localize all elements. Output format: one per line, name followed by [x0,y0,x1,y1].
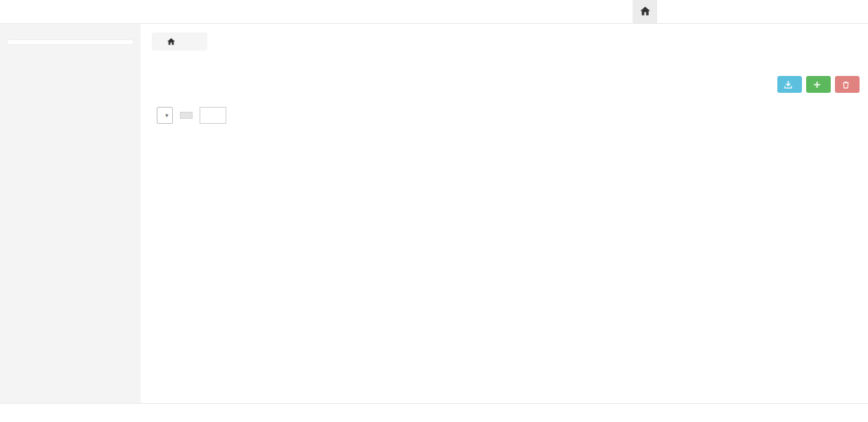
import-excel-button[interactable] [777,76,802,93]
add-button[interactable] [806,76,831,93]
pagination: ▾ [152,107,861,124]
page-number-input[interactable] [200,107,226,124]
import-icon [784,81,792,89]
home-button[interactable] [633,0,657,23]
table-actions [152,76,861,93]
top-bar-right [633,0,868,23]
platform-submenu [6,39,134,45]
user-menu[interactable] [657,0,868,23]
breadcrumb-home-link[interactable] [167,38,177,45]
breadcrumb [152,32,207,51]
sidebar [0,24,141,404]
jump-button[interactable] [180,112,193,119]
batch-delete-button[interactable] [835,76,860,93]
page-size-select[interactable]: ▾ [157,107,173,124]
page-footer [0,403,868,422]
pagination-summary: ▾ [153,107,230,124]
home-icon [640,6,650,18]
top-bar [0,0,868,24]
plus-icon [813,81,821,89]
house-icon [167,38,175,45]
main-content: ▾ [141,24,868,404]
trash-icon [842,81,850,89]
chevron-down-icon: ▾ [165,112,169,119]
